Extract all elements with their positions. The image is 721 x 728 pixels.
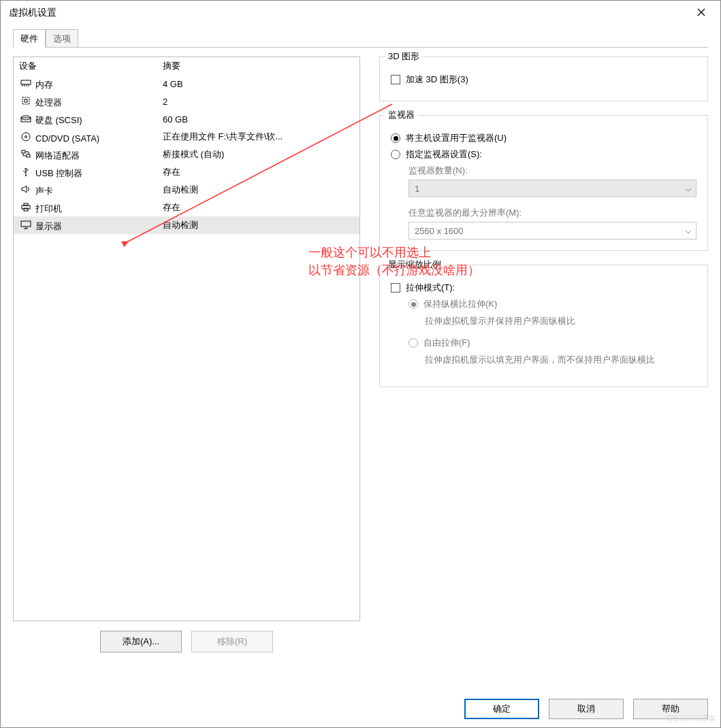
radio-keep-aspect-label: 保持纵横比拉伸(K)	[423, 298, 497, 310]
header-device: 设备	[18, 60, 163, 72]
device-row-net[interactable]: 网络适配器 桥接模式 (自动)	[14, 146, 359, 163]
watermark: @51CTO博客	[665, 713, 716, 725]
chevron-down-icon	[685, 184, 692, 194]
memory-icon	[19, 77, 33, 89]
cpu-icon	[19, 95, 33, 107]
svg-point-12	[25, 135, 27, 137]
cd-icon	[19, 131, 33, 143]
radio-specify[interactable]	[391, 150, 400, 159]
group-3d-title: 3D 图形	[385, 50, 422, 63]
add-button[interactable]: 添加(A)...	[100, 631, 182, 652]
device-row-usb[interactable]: USB 控制器 存在	[14, 163, 359, 181]
tab-hardware[interactable]: 硬件	[13, 29, 46, 48]
device-list[interactable]: 设备 摘要 内存 4 GB 处理器 2 硬盘 (SCSI) 60 GB CD/D…	[13, 56, 360, 621]
monitor-count-label: 监视器数量(N):	[408, 165, 696, 177]
device-row-printer[interactable]: 打印机 存在	[14, 199, 359, 216]
tab-bar: 硬件 选项	[13, 29, 720, 48]
device-row-sound[interactable]: 声卡 自动检测	[14, 181, 359, 199]
stretch-mode-label: 拉伸模式(T):	[406, 282, 455, 294]
device-row-cpu[interactable]: 处理器 2	[14, 93, 359, 110]
display-icon	[19, 218, 33, 231]
ok-button[interactable]: 确定	[464, 699, 539, 719]
group-3d-graphics: 3D 图形 加速 3D 图形(3)	[379, 56, 708, 101]
printer-icon	[19, 201, 33, 213]
device-list-header: 设备 摘要	[14, 57, 359, 75]
svg-rect-7	[22, 97, 29, 104]
max-res-label: 任意监视器的最大分辨率(M):	[408, 207, 696, 219]
device-row-memory[interactable]: 内存 4 GB	[14, 75, 359, 93]
free-stretch-desc: 拉伸虚拟机显示以填充用户界面，而不保持用户界面纵横比	[425, 353, 696, 367]
remove-button: 移除(R)	[191, 631, 273, 652]
tab-options[interactable]: 选项	[46, 29, 78, 48]
svg-point-15	[25, 175, 27, 176]
usb-icon	[19, 165, 33, 178]
svg-rect-14	[27, 154, 30, 157]
radio-use-host-label: 将主机设置用于监视器(U)	[406, 132, 507, 144]
svg-rect-19	[21, 221, 31, 227]
radio-free-stretch	[408, 338, 418, 348]
hdd-icon	[19, 112, 33, 125]
device-row-cd[interactable]: CD/DVD (SATA) 正在使用文件 F:\共享文件\软...	[14, 128, 359, 146]
svg-rect-8	[25, 99, 27, 102]
svg-rect-2	[21, 80, 31, 84]
group-scaling-title: 显示缩放比例	[385, 259, 444, 271]
sound-icon	[19, 183, 33, 195]
radio-specify-label: 指定监视器设置(S):	[406, 148, 482, 161]
stretch-mode-checkbox[interactable]	[391, 283, 400, 293]
chevron-down-icon	[685, 226, 692, 236]
header-summary: 摘要	[163, 60, 359, 72]
group-monitors: 监视器 将主机设置用于监视器(U) 指定监视器设置(S): 监视器数量(N): …	[379, 115, 708, 251]
vm-settings-dialog: 虚拟机设置 硬件 选项 设备 摘要 内存 4 GB 处	[0, 0, 721, 728]
radio-use-host[interactable]	[391, 133, 400, 143]
dialog-title: 虚拟机设置	[9, 7, 57, 19]
accel-3d-checkbox[interactable]	[391, 75, 400, 84]
svg-rect-13	[22, 150, 25, 153]
monitor-count-dropdown: 1	[408, 180, 696, 197]
svg-point-11	[22, 133, 30, 141]
content-area: 设备 摘要 内存 4 GB 处理器 2 硬盘 (SCSI) 60 GB CD/D…	[1, 48, 720, 652]
close-button[interactable]	[689, 5, 714, 21]
accel-3d-label: 加速 3D 图形(3)	[406, 73, 468, 86]
max-res-dropdown: 2560 x 1600	[408, 222, 696, 239]
close-icon	[697, 7, 705, 18]
keep-aspect-desc: 拉伸虚拟机显示并保持用户界面纵横比	[425, 314, 696, 329]
device-row-display[interactable]: 显示器 自动检测	[14, 216, 359, 234]
cancel-button[interactable]: 取消	[549, 699, 624, 719]
group-scaling: 显示缩放比例 拉伸模式(T): 保持纵横比拉伸(K) 拉伸虚拟机显示并保持用户界…	[379, 265, 708, 387]
network-icon	[19, 148, 33, 160]
titlebar: 虚拟机设置	[1, 1, 720, 25]
group-monitors-title: 监视器	[385, 109, 417, 121]
radio-keep-aspect	[408, 299, 418, 309]
device-row-hdd[interactable]: 硬盘 (SCSI) 60 GB	[14, 110, 359, 128]
radio-free-stretch-label: 自由拉伸(F)	[423, 337, 470, 349]
svg-rect-17	[24, 203, 28, 205]
